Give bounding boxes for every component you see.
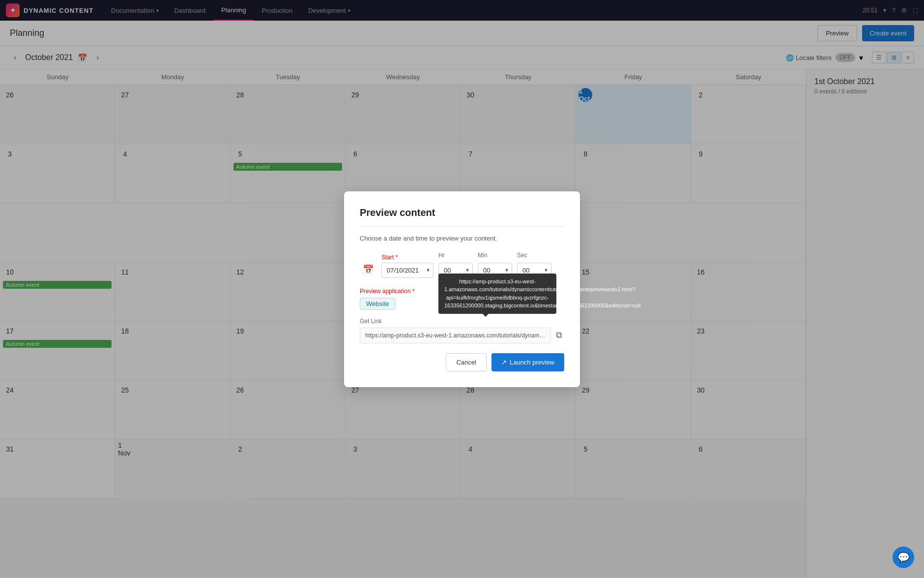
cancel-button[interactable]: Cancel [446, 353, 486, 371]
app-badge: Website [360, 298, 396, 310]
get-link-label: Get Link [360, 318, 564, 325]
hr-label: Hr [438, 252, 473, 259]
start-date-field: Start * 07/10/2021 [381, 254, 433, 278]
copy-link-button[interactable]: ⧉ [554, 328, 564, 342]
url-tooltip: https://amp-product.s3-eu-west-1.amazona… [438, 274, 556, 314]
min-label: Min [478, 252, 512, 259]
modal-description: Choose a date and time to preview your c… [360, 235, 564, 242]
modal-actions: Cancel ↗ Launch preview [360, 353, 564, 371]
date-select-wrapper: 07/10/2021 [381, 263, 433, 278]
get-link-input-row: https://amp-product.s3-eu-west-1.amazona… [360, 328, 564, 343]
modal-title: Preview content [360, 207, 564, 218]
get-link-section: Get Link https://amp-product.s3-eu-west-… [360, 318, 564, 343]
get-link-url: https://amp-product.s3-eu-west-1.amazona… [360, 328, 551, 343]
start-label: Start * [381, 254, 433, 261]
sec-label: Sec [517, 252, 551, 259]
modal-backdrop[interactable]: Preview content Choose a date and time t… [0, 0, 924, 578]
start-date-select[interactable]: 07/10/2021 [381, 263, 433, 278]
chat-button[interactable]: 💬 [893, 547, 914, 568]
preview-content-modal: Preview content Choose a date and time t… [344, 191, 580, 387]
modal-divider [360, 226, 564, 227]
external-link-icon: ↗ [501, 359, 507, 366]
launch-preview-button[interactable]: ↗ Launch preview [491, 353, 564, 371]
calendar-picker-button[interactable]: 📅 [360, 261, 376, 278]
